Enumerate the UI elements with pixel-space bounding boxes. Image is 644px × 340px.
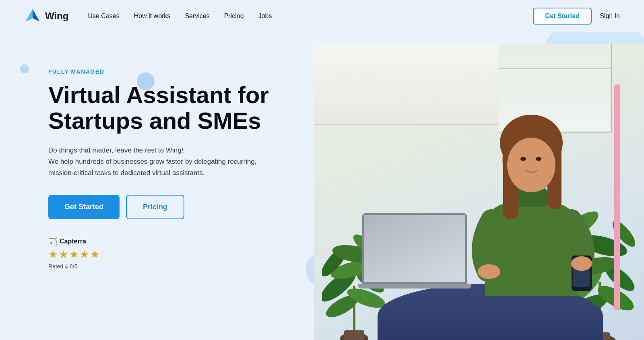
- capterra-arrow-icon: 🏹: [48, 237, 57, 246]
- star-rating: ★ ★ ★ ★ ★: [48, 248, 306, 261]
- scene-background: [314, 44, 644, 340]
- svg-point-37: [478, 264, 500, 279]
- logo-text: Wing: [45, 10, 68, 22]
- svg-marker-1: [33, 9, 39, 21]
- hero-title-line1: Virtual Assistant for: [48, 82, 269, 108]
- logo-icon: [24, 8, 41, 25]
- svg-point-40: [571, 256, 592, 271]
- svg-point-34: [507, 138, 555, 192]
- star-5: ★: [90, 248, 99, 261]
- navbar: Wing Use Cases How it works Services Pri…: [0, 0, 644, 32]
- hero-subtitle: Do things that matter, leave the rest to…: [48, 145, 282, 179]
- nav-item-jobs[interactable]: Jobs: [258, 12, 272, 20]
- person-illustration: [451, 62, 620, 296]
- nav-left: Wing Use Cases How it works Services Pri…: [24, 8, 272, 25]
- nav-get-started-button[interactable]: Get Started: [533, 8, 592, 25]
- star-4: ★: [80, 248, 89, 261]
- nav-item-services[interactable]: Services: [185, 12, 209, 20]
- svg-marker-2: [26, 9, 33, 21]
- laptop-screen-content: [364, 215, 465, 282]
- nav-item-pricing[interactable]: Pricing: [224, 12, 244, 20]
- main-content: FULLY MANAGED Virtual Assistant for Star…: [0, 32, 644, 340]
- hero-pricing-button[interactable]: Pricing: [126, 195, 184, 219]
- hero-image-container: [314, 44, 644, 340]
- hero-tag: FULLY MANAGED: [48, 68, 306, 75]
- svg-rect-4: [344, 330, 364, 340]
- capterra-name: Capterra: [60, 238, 86, 245]
- hero-subtitle-line2: We help hundreds of businesses grow fast…: [48, 158, 257, 165]
- svg-point-35: [520, 157, 526, 161]
- nav-sign-in-button[interactable]: Sign In: [600, 12, 620, 20]
- star-1: ★: [48, 248, 58, 261]
- deco-blob-left: [20, 64, 29, 73]
- deco-pink-stripe: [614, 84, 620, 310]
- hero-title: Virtual Assistant for Startups and SMEs: [48, 82, 306, 134]
- star-3: ★: [69, 248, 78, 261]
- hero-subtitle-line3: mission-critical tasks to dedicated virt…: [48, 169, 204, 177]
- cta-buttons: Get Started Pricing: [48, 195, 306, 219]
- svg-point-36: [536, 157, 541, 161]
- star-2: ★: [59, 248, 68, 261]
- hero-get-started-button[interactable]: Get Started: [48, 195, 120, 219]
- rated-text: Rated 4.8/5: [48, 263, 306, 270]
- logo-link[interactable]: Wing: [24, 8, 68, 25]
- nav-links: Use Cases How it works Services Pricing …: [88, 12, 272, 20]
- hero-subtitle-line1: Do things that matter, leave the rest to…: [48, 146, 183, 154]
- nav-item-how-it-works[interactable]: How it works: [134, 12, 171, 20]
- hero-title-line2: Startups and SMEs: [48, 107, 261, 134]
- hero-left: FULLY MANAGED Virtual Assistant for Star…: [48, 44, 306, 270]
- nav-item-use-cases[interactable]: Use Cases: [88, 12, 119, 20]
- capterra-section: 🏹 Capterra ★ ★ ★ ★ ★ Rated 4.8/5: [48, 237, 306, 270]
- nav-right: Get Started Sign In: [533, 8, 620, 25]
- hero-right: [314, 44, 620, 340]
- capterra-brand: 🏹 Capterra: [48, 237, 306, 246]
